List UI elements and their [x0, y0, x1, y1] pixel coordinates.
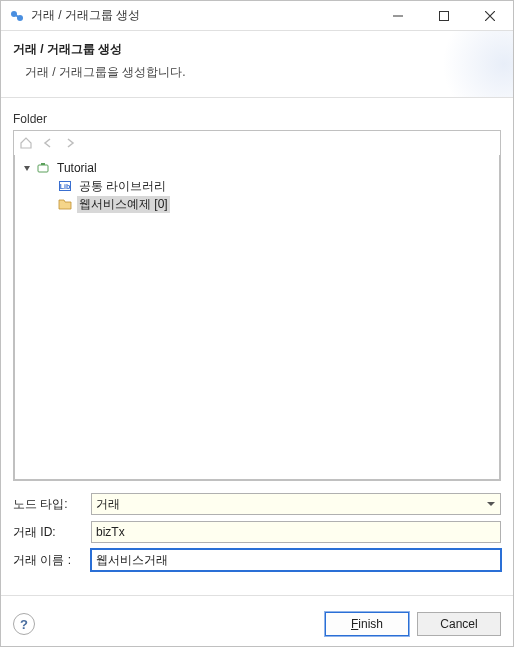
app-icon — [9, 8, 25, 24]
titlebar: 거래 / 거래그룹 생성 — [1, 1, 513, 31]
tx-name-label: 거래 이름 : — [13, 552, 91, 569]
form-row-tx-id: 거래 ID: — [13, 521, 501, 543]
project-icon — [35, 160, 51, 176]
form: 노드 타입: 거래 거래 ID: 거래 이름 : — [13, 493, 501, 577]
header-title: 거래 / 거래그룹 생성 — [13, 41, 501, 58]
form-row-node-type: 노드 타입: 거래 — [13, 493, 501, 515]
svg-rect-2 — [440, 11, 449, 20]
tx-name-input[interactable] — [91, 549, 501, 571]
back-icon[interactable] — [40, 135, 56, 151]
header-description: 거래 / 거래그룹을 생성합니다. — [13, 64, 501, 81]
help-icon: ? — [20, 617, 28, 632]
home-icon[interactable] — [18, 135, 34, 151]
node-type-select-wrap: 거래 — [91, 493, 501, 515]
tx-id-label: 거래 ID: — [13, 524, 91, 541]
tree-node-child[interactable]: Lib 공통 라이브러리 — [17, 177, 497, 195]
tree-node-label: Tutorial — [55, 161, 99, 175]
tree-node-child-selected[interactable]: 웹서비스예제 [0] — [17, 195, 497, 213]
help-button[interactable]: ? — [13, 613, 35, 635]
svg-rect-3 — [38, 165, 48, 172]
cancel-button[interactable]: Cancel — [417, 612, 501, 636]
folder-tree-panel: Tutorial Lib 공통 라이브러리 — [13, 130, 501, 481]
form-row-tx-name: 거래 이름 : — [13, 549, 501, 571]
dialog-content: Folder — [1, 98, 513, 602]
node-type-select[interactable]: 거래 — [91, 493, 501, 515]
tree-node-root[interactable]: Tutorial — [17, 159, 497, 177]
expander-icon[interactable] — [21, 163, 33, 174]
dialog-header: 거래 / 거래그룹 생성 거래 / 거래그룹을 생성합니다. — [1, 31, 513, 98]
dialog-footer: ? Finish Cancel — [1, 602, 513, 646]
finish-button[interactable]: Finish — [325, 612, 409, 636]
minimize-button[interactable] — [375, 1, 421, 30]
svg-text:Lib: Lib — [60, 183, 71, 190]
tree-toolbar — [14, 131, 500, 155]
window-title: 거래 / 거래그룹 생성 — [31, 7, 375, 24]
window-controls — [375, 1, 513, 30]
tx-id-input[interactable] — [91, 521, 501, 543]
forward-icon[interactable] — [62, 135, 78, 151]
folder-tree[interactable]: Tutorial Lib 공통 라이브러리 — [14, 155, 500, 480]
tree-node-label: 공통 라이브러리 — [77, 178, 168, 195]
folder-label: Folder — [13, 112, 501, 126]
folder-icon — [57, 196, 73, 212]
close-button[interactable] — [467, 1, 513, 30]
library-icon: Lib — [57, 178, 73, 194]
tree-node-label: 웹서비스예제 [0] — [77, 196, 170, 213]
maximize-button[interactable] — [421, 1, 467, 30]
separator — [1, 595, 513, 596]
dialog-window: 거래 / 거래그룹 생성 거래 / 거래그룹 생성 거래 / 거래그룹을 생성합… — [0, 0, 514, 647]
node-type-label: 노드 타입: — [13, 496, 91, 513]
svg-rect-4 — [41, 163, 45, 165]
